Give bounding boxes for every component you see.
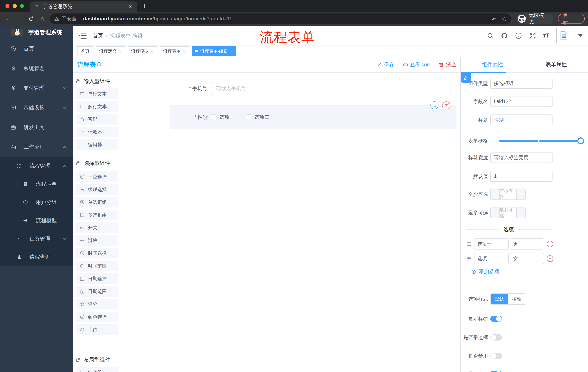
component-time-picker[interactable]: 时间选择	[76, 248, 118, 258]
home-icon[interactable]: ⌂	[37, 15, 48, 22]
plus-button[interactable]: +	[517, 189, 525, 200]
border-toggle[interactable]	[490, 334, 502, 340]
sidebar-item-payment[interactable]: ¥ 支付管理	[0, 78, 73, 98]
avatar[interactable]	[556, 28, 571, 43]
component-editor[interactable]: 编辑器	[76, 139, 118, 150]
option-label-input[interactable]	[474, 253, 509, 264]
phone-input[interactable]	[211, 82, 452, 95]
option-value-input[interactable]	[510, 253, 544, 264]
save-button[interactable]: ✓ 保存	[377, 61, 394, 68]
sidebar-item-task-management[interactable]: 任务管理	[0, 230, 73, 248]
component-date-range[interactable]: 日期范围	[76, 286, 118, 297]
security-label[interactable]: 不安全	[62, 15, 77, 22]
minus-button[interactable]: −	[491, 207, 499, 218]
label-width-input[interactable]	[490, 152, 553, 163]
component-color-picker[interactable]: 颜色选择	[76, 312, 118, 322]
gender-option-2[interactable]: 选项二	[246, 114, 270, 121]
component-type-select[interactable]: 多选框组	[490, 78, 553, 89]
window-close-button[interactable]	[5, 4, 10, 8]
component-multi-line-text[interactable]: 多行文本	[76, 101, 118, 112]
option-label-input[interactable]	[474, 238, 509, 250]
remove-option-button[interactable]: −	[547, 255, 553, 262]
browser-tab[interactable]: 芋道管理系统 ×	[30, 1, 137, 12]
tab-close-icon[interactable]: ×	[151, 49, 154, 53]
new-tab-button[interactable]: +	[142, 2, 147, 10]
fullscreen-icon[interactable]	[529, 32, 536, 39]
reload-icon[interactable]	[26, 16, 37, 22]
font-size-icon[interactable]: тT	[543, 32, 549, 39]
delete-component-button[interactable]	[442, 101, 450, 109]
drag-handle-icon[interactable]	[466, 256, 472, 261]
component-row-container[interactable]: 行容器	[76, 367, 118, 372]
form-canvas[interactable]: *手机号 *性别	[167, 73, 460, 372]
default-value-input[interactable]	[490, 171, 553, 182]
url-domain[interactable]: dashboard.yudao.iocoder.cn	[83, 16, 152, 22]
tab-close-icon[interactable]: ×	[119, 49, 122, 53]
sidebar-item-home[interactable]: 首页	[0, 39, 73, 59]
browser-update-button[interactable]: 更新 ⋮	[558, 14, 585, 24]
tab-process-definition[interactable]: 流程定义 ×	[96, 46, 125, 56]
checkbox-icon[interactable]	[211, 115, 217, 120]
component-date-picker[interactable]: 日期选择	[76, 273, 118, 284]
field-binding-link-tab[interactable]	[461, 73, 471, 83]
component-time-range[interactable]: 时间范围	[76, 261, 118, 271]
address-bar[interactable]: ! 不安全 dashboard.yudao.iocoder.cn /bpm/ma…	[50, 13, 511, 24]
required-toggle[interactable]	[490, 371, 502, 372]
component-select[interactable]: 下拉选择	[76, 171, 118, 182]
sidebar-item-process-form[interactable]: 流程表单	[0, 175, 73, 193]
sidebar-item-user-group[interactable]: 用户分组	[0, 193, 73, 212]
search-icon[interactable]	[487, 32, 494, 39]
tab-process-model[interactable]: 流程模型 ×	[128, 46, 157, 56]
sidebar-collapse-icon[interactable]	[79, 32, 87, 39]
sidebar-item-devtools[interactable]: 研发工具	[0, 117, 73, 137]
component-slider[interactable]: 滑块	[76, 235, 118, 246]
browser-menu-icon[interactable]: ⋮	[576, 16, 582, 22]
min-select-value[interactable]: 至少应选	[499, 189, 517, 200]
sidebar-logo[interactable]: 芋道管理系统	[0, 26, 73, 39]
tab-close-icon[interactable]: ×	[183, 49, 186, 53]
avatar-caret-icon[interactable]	[578, 34, 583, 37]
sidebar-item-process-management[interactable]: 流程管理	[0, 157, 73, 175]
option-value-input[interactable]	[510, 238, 544, 250]
tab-close-icon[interactable]: ×	[231, 49, 233, 53]
tab-process-form-edit[interactable]: 流程表单-编辑 ×	[192, 46, 236, 56]
url-path[interactable]: /bpm/manager/form/edit?formId=11	[152, 16, 232, 22]
component-switch[interactable]: 开关	[76, 223, 118, 233]
tab-close-icon[interactable]: ×	[128, 4, 133, 10]
slider-handle[interactable]	[577, 138, 584, 144]
window-minimize-button[interactable]	[13, 4, 17, 8]
style-default-button[interactable]: 默认	[491, 294, 508, 304]
clear-button[interactable]: 清空	[439, 61, 456, 68]
github-icon[interactable]	[501, 32, 508, 39]
checkbox-icon[interactable]	[246, 115, 252, 120]
window-controls[interactable]	[5, 4, 24, 8]
component-checkbox-group[interactable]: 多选框组	[76, 210, 118, 220]
tab-component-props[interactable]: 组件属性	[461, 57, 524, 73]
component-single-line-text[interactable]: 单行文本	[76, 88, 118, 99]
window-zoom-button[interactable]	[20, 4, 24, 8]
tab-process-form[interactable]: 流程表单 ×	[160, 46, 189, 56]
tab-form-props[interactable]: 表单属性	[524, 57, 588, 73]
component-password[interactable]: 密码	[76, 114, 118, 125]
title-input[interactable]	[490, 115, 553, 125]
back-icon[interactable]: ←	[3, 15, 15, 22]
minus-button[interactable]: −	[491, 189, 499, 200]
show-label-toggle[interactable]	[490, 316, 502, 322]
max-select-value[interactable]: 最多可选	[499, 207, 517, 218]
remove-option-button[interactable]: −	[547, 241, 553, 247]
form-grid-slider[interactable]	[499, 140, 583, 142]
breadcrumb-home[interactable]: 首页	[93, 32, 103, 39]
view-json-button[interactable]: ◎ 查看json	[403, 61, 430, 68]
component-upload[interactable]: 上传	[76, 324, 118, 335]
duplicate-component-button[interactable]	[430, 101, 439, 109]
component-counter[interactable]: 123 计数器	[76, 127, 118, 137]
canvas-field-gender-selected[interactable]: *性别 选项一 选项二	[170, 105, 456, 129]
component-cascader[interactable]: 级联选择	[76, 184, 118, 195]
style-button-button[interactable]: 按钮	[508, 294, 525, 304]
canvas-field-phone[interactable]: *手机号	[167, 82, 460, 95]
sidebar-item-system[interactable]: ⚙ 系统管理	[0, 59, 73, 78]
field-name-input[interactable]	[490, 96, 553, 107]
sidebar-item-process-model[interactable]: 流程模型	[0, 212, 73, 230]
add-option-button[interactable]: ⊕ 添加选项	[471, 268, 588, 275]
sidebar-item-leave-query[interactable]: 请假查询	[0, 248, 73, 266]
